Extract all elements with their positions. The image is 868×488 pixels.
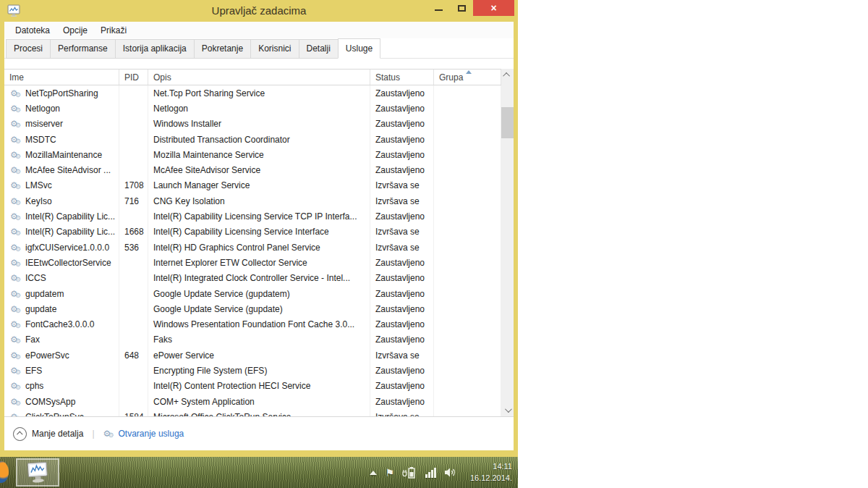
service-pid bbox=[119, 332, 148, 348]
service-group bbox=[434, 240, 501, 255]
service-description: Intel(R) Integrated Clock Controller Ser… bbox=[148, 271, 370, 286]
table-row[interactable]: ⚙⚙gupdatem Google Update Service (gupdat… bbox=[4, 286, 501, 301]
close-icon: × bbox=[490, 2, 496, 14]
column-header-opis[interactable]: Opis bbox=[148, 70, 370, 85]
service-description: Launch Manager Service bbox=[148, 178, 370, 193]
scroll-down-button[interactable] bbox=[501, 404, 514, 416]
table-row[interactable]: ⚙⚙Intel(R) Capability Lic... 1668 Intel(… bbox=[4, 224, 501, 240]
taskbar-task-manager-button[interactable] bbox=[16, 458, 59, 487]
table-row[interactable]: ⚙⚙ClickToRunSvc 1584 Microsoft Office Cl… bbox=[4, 409, 501, 416]
table-row[interactable]: ⚙⚙Intel(R) Capability Lic... Intel(R) Ca… bbox=[4, 209, 501, 224]
table-row[interactable]: ⚙⚙EFS Encrypting File System (EFS) Zaust… bbox=[4, 363, 501, 378]
title-bar[interactable]: Upravljač zadacima × bbox=[0, 0, 518, 22]
services-gear-icon: ⚙⚙ bbox=[103, 429, 115, 438]
table-row[interactable]: ⚙⚙KeyIso 716 CNG Key Isolation Izvršava … bbox=[4, 193, 501, 209]
service-group bbox=[434, 132, 501, 147]
service-description: Intel(R) Content Protection HECI Service bbox=[148, 379, 370, 394]
service-status: Zaustavljeno bbox=[370, 379, 434, 394]
service-gear-icon: ⚙⚙ bbox=[10, 305, 22, 314]
service-description: Mozilla Maintenance Service bbox=[148, 147, 370, 162]
chevron-up-icon bbox=[503, 72, 510, 80]
service-group bbox=[434, 255, 501, 270]
show-hidden-icons-button[interactable] bbox=[370, 471, 377, 475]
tab-istorija-aplikacija[interactable]: Istorija aplikacija bbox=[115, 39, 195, 59]
maximize-button[interactable] bbox=[450, 0, 473, 16]
service-group bbox=[434, 162, 501, 177]
service-pid: 648 bbox=[119, 348, 148, 363]
service-name: MSDTC bbox=[25, 135, 56, 145]
table-row[interactable]: ⚙⚙FontCache3.0.0.0 Windows Presentation … bbox=[4, 316, 501, 332]
menu-opcije[interactable]: Opcije bbox=[56, 22, 94, 38]
service-group bbox=[434, 209, 501, 224]
scroll-up-button[interactable] bbox=[501, 69, 514, 81]
service-status: Zaustavljeno bbox=[370, 85, 434, 101]
table-row[interactable]: ⚙⚙COMSysApp COM+ System Application Zaus… bbox=[4, 394, 501, 409]
service-gear-icon: ⚙⚙ bbox=[10, 166, 22, 174]
taskbar-clock[interactable]: 14:11 16.12.2014. bbox=[464, 461, 512, 484]
action-center-flag-icon[interactable]: ⚑ bbox=[385, 467, 394, 479]
taskbar: ⚑ 14:11 16.12.2014. bbox=[0, 457, 518, 488]
volume-speaker-icon[interactable] bbox=[444, 467, 456, 478]
service-name: KeyIso bbox=[25, 196, 52, 206]
service-group bbox=[434, 332, 501, 348]
column-header-status[interactable]: Status bbox=[370, 70, 434, 85]
table-row[interactable]: ⚙⚙MSDTC Distributed Transaction Coordina… bbox=[4, 132, 501, 147]
service-description: Microsoft Office ClickToRun Service bbox=[148, 409, 370, 416]
service-description: Net.Tcp Port Sharing Service bbox=[148, 85, 370, 101]
service-gear-icon: ⚙⚙ bbox=[10, 366, 22, 375]
minimize-button[interactable] bbox=[427, 0, 450, 16]
menu-prikazi[interactable]: Prikaži bbox=[94, 22, 133, 38]
table-row[interactable]: ⚙⚙Netlogon Netlogon Zaustavljeno bbox=[4, 101, 501, 116]
service-pid bbox=[119, 301, 148, 316]
table-row[interactable]: ⚙⚙IEEtwCollectorService Internet Explore… bbox=[4, 255, 501, 270]
service-gear-icon: ⚙⚙ bbox=[10, 335, 22, 344]
table-row[interactable]: ⚙⚙igfxCUIService1.0.0.0 536 Intel(R) HD … bbox=[4, 240, 501, 255]
service-pid: 716 bbox=[119, 193, 148, 209]
service-pid: 536 bbox=[119, 240, 148, 255]
service-name: cphs bbox=[25, 381, 43, 391]
table-row[interactable]: ⚙⚙NetTcpPortSharing Net.Tcp Port Sharing… bbox=[4, 85, 501, 101]
table-row[interactable]: ⚙⚙gupdate Google Update Service (gupdate… bbox=[4, 301, 501, 316]
service-gear-icon: ⚙⚙ bbox=[10, 382, 22, 390]
service-pid bbox=[119, 271, 148, 286]
service-status: Zaustavljeno bbox=[370, 271, 434, 286]
column-header-grupa[interactable]: Grupa bbox=[434, 70, 501, 85]
column-header-pid[interactable]: PID bbox=[119, 70, 148, 85]
partial-app-icon[interactable] bbox=[0, 461, 9, 483]
service-group bbox=[434, 316, 501, 332]
table-row[interactable]: ⚙⚙ePowerSvc 648 ePower Service Izvršava … bbox=[4, 348, 501, 363]
table-row[interactable]: ⚙⚙Fax Faks Zaustavljeno bbox=[4, 332, 501, 348]
table-row[interactable]: ⚙⚙LMSvc 1708 Launch Manager Service Izvr… bbox=[4, 178, 501, 193]
tab-usluge[interactable]: Usluge bbox=[338, 38, 380, 59]
close-button[interactable]: × bbox=[473, 0, 514, 16]
tab-pokretanje[interactable]: Pokretanje bbox=[194, 39, 251, 59]
scrollbar-thumb[interactable] bbox=[501, 107, 514, 138]
vertical-scrollbar[interactable] bbox=[501, 69, 514, 416]
service-pid bbox=[119, 85, 148, 101]
table-row[interactable]: ⚙⚙McAfee SiteAdvisor ... McAfee SiteAdvi… bbox=[4, 162, 501, 177]
table-row[interactable]: ⚙⚙cphs Intel(R) Content Protection HECI … bbox=[4, 379, 501, 394]
tab-performanse[interactable]: Performanse bbox=[50, 39, 116, 59]
service-group bbox=[434, 363, 501, 378]
sort-ascending-icon bbox=[466, 70, 472, 74]
service-description: Intel(R) HD Graphics Control Panel Servi… bbox=[148, 240, 370, 255]
menu-datoteka[interactable]: Datoteka bbox=[9, 22, 56, 38]
less-details-button[interactable]: Manje detalja bbox=[32, 429, 83, 439]
task-manager-taskbar-icon bbox=[25, 461, 50, 484]
table-row[interactable]: ⚙⚙MozillaMaintenance Mozilla Maintenance… bbox=[4, 147, 501, 162]
service-pid bbox=[119, 117, 148, 132]
table-row[interactable]: ⚙⚙ICCS Intel(R) Integrated Clock Control… bbox=[4, 271, 501, 286]
service-description: McAfee SiteAdvisor Service bbox=[148, 162, 370, 177]
column-header-ime[interactable]: Ime bbox=[4, 70, 119, 85]
open-services-link[interactable]: ⚙⚙ Otvaranje usluga bbox=[103, 429, 184, 439]
service-name: EFS bbox=[25, 366, 42, 376]
collapse-details-icon bbox=[13, 427, 27, 441]
table-row[interactable]: ⚙⚙msiserver Windows Installer Zaustavlje… bbox=[4, 117, 501, 132]
tab-korisnici[interactable]: Korisnici bbox=[250, 39, 299, 59]
tab-procesi[interactable]: Procesi bbox=[6, 39, 51, 59]
network-signal-icon[interactable] bbox=[425, 468, 436, 478]
power-battery-icon[interactable] bbox=[402, 466, 417, 479]
service-status: Zaustavljeno bbox=[370, 286, 434, 301]
service-name: LMSvc bbox=[25, 180, 52, 190]
tab-detalji[interactable]: Detalji bbox=[299, 39, 339, 59]
